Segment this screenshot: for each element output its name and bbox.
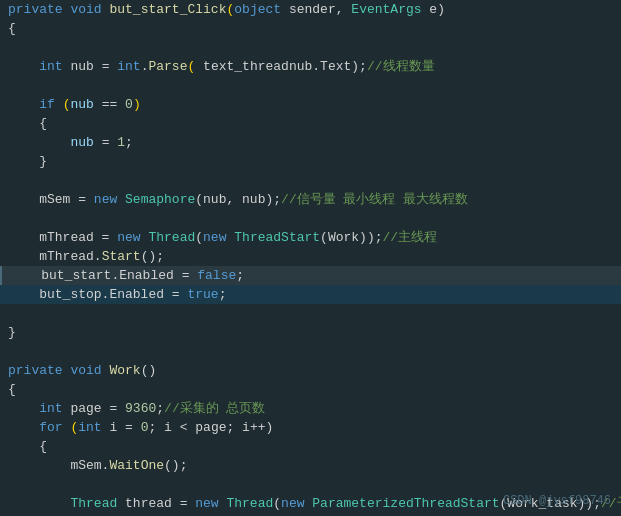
code-line: }	[0, 323, 621, 342]
code-line: int page = 9360;//采集的 总页数	[0, 399, 621, 418]
code-line: {	[0, 380, 621, 399]
code-line: {	[0, 19, 621, 38]
code-line: mSem.WaitOne();	[0, 456, 621, 475]
code-line	[0, 342, 621, 361]
watermark: CSDN @jysf98746	[503, 494, 611, 508]
code-line: but_start.Enabled = false;	[0, 266, 621, 285]
code-line: {	[0, 114, 621, 133]
code-line	[0, 304, 621, 323]
code-line	[0, 475, 621, 494]
code-line: mThread.Start();	[0, 247, 621, 266]
code-line: mThread = new Thread(new ThreadStart(Wor…	[0, 228, 621, 247]
code-line	[0, 171, 621, 190]
code-line: private void Work()	[0, 361, 621, 380]
code-line: mSem = new Semaphore(nub, nub);//信号量 最小线…	[0, 190, 621, 209]
code-line	[0, 38, 621, 57]
code-line: private void but_start_Click(object send…	[0, 0, 621, 19]
code-line	[0, 209, 621, 228]
code-line: int nub = int.Parse( text_threadnub.Text…	[0, 57, 621, 76]
code-line: }	[0, 152, 621, 171]
code-line: {	[0, 437, 621, 456]
code-line: if (nub == 0)	[0, 95, 621, 114]
code-line: but_stop.Enabled = true;	[0, 285, 621, 304]
code-line	[0, 76, 621, 95]
code-line: nub = 1;	[0, 133, 621, 152]
code-editor: private void but_start_Click(object send…	[0, 0, 621, 516]
code-line: for (int i = 0; i < page; i++)	[0, 418, 621, 437]
